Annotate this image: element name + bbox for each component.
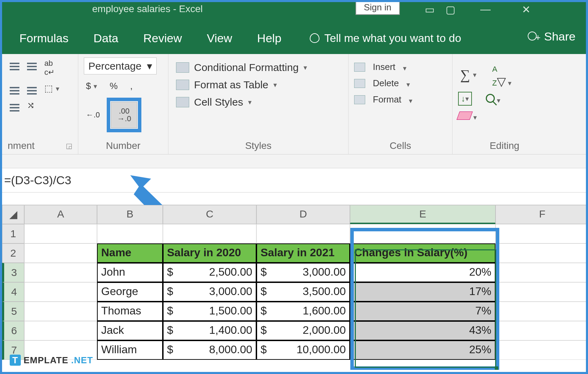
format-dropdown[interactable] xyxy=(409,94,412,106)
alignment-launcher-icon[interactable]: ◲ xyxy=(66,142,72,150)
tab-data[interactable]: Data xyxy=(94,32,119,45)
formula-bar[interactable]: =(D3-C3)/C3 xyxy=(2,168,586,193)
col-header-b[interactable]: B xyxy=(97,205,163,224)
tab-view[interactable]: View xyxy=(207,32,232,45)
cell-f6[interactable] xyxy=(495,321,588,340)
cell-b3[interactable]: John xyxy=(97,263,163,282)
minimize-icon[interactable]: — xyxy=(480,3,491,15)
align-left2-button[interactable] xyxy=(8,82,21,93)
cell-f7[interactable] xyxy=(495,340,588,360)
col-header-d[interactable]: D xyxy=(256,205,350,224)
insert-dropdown[interactable] xyxy=(403,61,406,73)
cell-f5[interactable] xyxy=(495,302,588,321)
row-header-2[interactable]: 2 xyxy=(2,243,24,263)
tell-me-search[interactable]: Tell me what you want to do xyxy=(310,32,461,45)
cell-d2[interactable]: Salary in 2021 xyxy=(256,243,350,263)
sign-in-button[interactable]: Sign in xyxy=(356,0,400,15)
tab-help[interactable]: Help xyxy=(257,32,281,45)
cell-f1[interactable] xyxy=(495,224,588,243)
conditional-formatting-button[interactable]: Conditional Formatting xyxy=(174,60,343,75)
cell-e3[interactable]: 20% xyxy=(350,263,495,282)
cell-b2[interactable]: Name xyxy=(97,243,163,263)
ribbon-display-icon[interactable]: ▭ xyxy=(425,3,435,16)
find-select-button[interactable] xyxy=(486,92,500,106)
col-header-e[interactable]: E xyxy=(350,205,495,224)
cell-b5[interactable]: Thomas xyxy=(97,302,163,321)
cell-b1[interactable] xyxy=(97,224,163,243)
window-restore-icon[interactable]: ▢ xyxy=(446,3,455,16)
increase-decimal-button[interactable]: ←.0 xyxy=(84,109,102,121)
align-right-button[interactable] xyxy=(25,57,39,69)
row-header-4[interactable]: 4 xyxy=(2,282,24,302)
cell-c1[interactable] xyxy=(163,224,256,243)
cell-f4[interactable] xyxy=(495,282,588,302)
cell-c7[interactable]: $8,000.00 xyxy=(163,340,256,360)
tab-review[interactable]: Review xyxy=(143,32,182,45)
close-icon[interactable]: ✕ xyxy=(522,3,530,16)
cell-a3[interactable] xyxy=(24,263,97,282)
cell-d5[interactable]: $1,600.00 xyxy=(256,302,350,321)
cell-f3[interactable] xyxy=(495,263,588,282)
cell-c5[interactable]: $1,500.00 xyxy=(163,302,256,321)
eraser-icon xyxy=(457,112,473,120)
accounting-format-button[interactable]: $ xyxy=(84,79,99,93)
alignment-group-label: nment xyxy=(8,140,35,151)
comma-format-button[interactable]: , xyxy=(128,79,135,93)
delete-button[interactable]: Delete xyxy=(371,77,401,90)
tab-formulas[interactable]: Formulas xyxy=(19,32,69,45)
cell-e7[interactable]: 25% xyxy=(350,340,495,360)
cell-e2[interactable]: Changes in Salary(%) xyxy=(350,243,495,263)
orientation-button[interactable]: ⤭ xyxy=(25,99,37,112)
cell-b7[interactable]: William xyxy=(97,340,163,360)
col-header-a[interactable]: A xyxy=(24,205,97,224)
indent-dec-button[interactable] xyxy=(8,99,21,110)
format-button[interactable]: Format xyxy=(371,93,403,106)
merge-button[interactable]: ⬚ xyxy=(42,82,61,95)
wrap-text-button[interactable]: abc↵ xyxy=(42,57,56,78)
row-header-5[interactable]: 5 xyxy=(2,302,24,321)
fill-button[interactable]: ↓ xyxy=(458,92,472,106)
align-center2-button[interactable] xyxy=(25,82,39,93)
clear-button[interactable] xyxy=(458,109,477,123)
row-header-6[interactable]: 6 xyxy=(2,321,24,340)
cell-d4[interactable]: $3,500.00 xyxy=(256,282,350,302)
cell-a6[interactable] xyxy=(24,321,97,340)
fill-handle[interactable] xyxy=(495,366,498,370)
cell-d1[interactable] xyxy=(256,224,350,243)
format-as-table-button[interactable]: Format as Table xyxy=(174,78,343,92)
cell-c3[interactable]: $2,500.00 xyxy=(163,263,256,282)
cell-e6[interactable]: 43% xyxy=(350,321,495,340)
cell-d7[interactable]: $10,000.00 xyxy=(256,340,350,360)
cell-b6[interactable]: Jack xyxy=(97,321,163,340)
cell-a1[interactable] xyxy=(24,224,97,243)
cell-a2[interactable] xyxy=(24,243,97,263)
cell-c4[interactable]: $3,000.00 xyxy=(163,282,256,302)
cell-e4[interactable]: 17% xyxy=(350,282,495,302)
align-middle-button[interactable] xyxy=(8,57,21,69)
select-all-corner[interactable]: ◢ xyxy=(2,205,24,224)
col-header-f[interactable]: F xyxy=(495,205,588,224)
percent-format-button[interactable]: % xyxy=(107,79,120,93)
autosum-button[interactable]: ∑ xyxy=(458,65,479,84)
cell-c6[interactable]: $1,400.00 xyxy=(163,321,256,340)
cell-d3[interactable]: $3,000.00 xyxy=(256,263,350,282)
cell-styles-button[interactable]: Cell Styles xyxy=(174,95,343,109)
delete-dropdown[interactable] xyxy=(406,78,410,89)
cell-b4[interactable]: George xyxy=(97,282,163,302)
sort-filter-button[interactable]: AZ▽ xyxy=(492,61,511,88)
cell-d6[interactable]: $2,000.00 xyxy=(256,321,350,340)
decrease-decimal-button[interactable]: .00 →.0 xyxy=(111,102,137,128)
share-button[interactable]: Share xyxy=(528,30,576,43)
row-header-3[interactable]: 3 xyxy=(2,263,24,282)
cell-e1[interactable] xyxy=(350,224,495,243)
row-header-1[interactable]: 1 xyxy=(2,224,24,243)
number-format-dropdown[interactable]: Percentage ▾ xyxy=(84,57,157,74)
cell-a5[interactable] xyxy=(24,302,97,321)
col-header-c[interactable]: C xyxy=(163,205,256,224)
spreadsheet-grid[interactable]: ◢ A B C D E F 1 2 Name Salary in 2020 Sa… xyxy=(2,205,586,360)
cell-e5[interactable]: 7% xyxy=(350,302,495,321)
insert-button[interactable]: Insert xyxy=(371,60,397,74)
cell-f2[interactable] xyxy=(495,243,588,263)
cell-c2[interactable]: Salary in 2020 xyxy=(163,243,256,263)
cell-a4[interactable] xyxy=(24,282,97,302)
